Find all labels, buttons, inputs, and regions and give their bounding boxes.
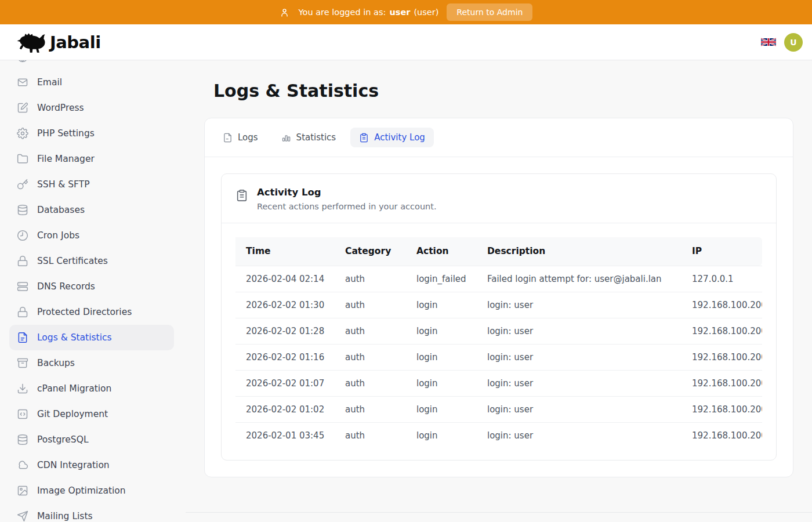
footer-divider (186, 512, 812, 522)
sidebar-item-logs-statistics[interactable]: Logs & Statistics (9, 325, 174, 350)
clipboard-icon (235, 189, 248, 202)
gear-icon (17, 128, 28, 139)
return-to-admin-button[interactable]: Return to Admin (447, 3, 532, 21)
uk-flag-icon[interactable] (761, 37, 776, 47)
sidebar-item-protected-directories[interactable]: Protected Directories (9, 299, 174, 325)
card-subtitle: Recent actions performed in your account… (257, 202, 437, 211)
cell-category: auth (335, 292, 406, 318)
cell-description: login: user (477, 344, 682, 370)
avatar[interactable]: U (784, 33, 803, 52)
table-row: 2026-02-02 01:07 auth login login: user … (235, 370, 762, 396)
cell-time: 2026-02-02 01:16 (235, 344, 335, 370)
table-row: 2026-02-01 03:45 auth login login: user … (235, 422, 762, 448)
sidebar-item-cpanel-migration[interactable]: cPanel Migration (9, 376, 174, 401)
column-header-ip[interactable]: IP (682, 237, 762, 266)
page-title: Logs & Statistics (213, 81, 793, 102)
cell-action: login (406, 370, 477, 396)
cell-action: login (406, 292, 477, 318)
column-header-category[interactable]: Category (335, 237, 406, 266)
sidebar-item-partial[interactable] (9, 60, 174, 70)
cell-time: 2026-02-01 03:45 (235, 422, 335, 448)
sidebar-item-image-optimization[interactable]: Image Optimization (9, 478, 174, 503)
brand[interactable]: Jabali (16, 31, 101, 53)
tab-activity-log[interactable]: Activity Log (350, 128, 434, 147)
folder-icon (17, 153, 28, 165)
cell-description: login: user (477, 318, 682, 344)
cell-description: login: user (477, 370, 682, 396)
lock-icon (17, 255, 28, 267)
cell-description: login: user (477, 422, 682, 448)
cell-category: auth (335, 318, 406, 344)
sidebar-item-dns-records[interactable]: DNS Records (9, 274, 174, 299)
archive-icon (17, 357, 28, 369)
cell-time: 2026-02-04 02:14 (235, 266, 335, 292)
jabali-boar-logo-icon (16, 31, 45, 53)
sidebar-item-wordpress[interactable]: WordPress (9, 95, 174, 121)
sidebar-item-php-settings[interactable]: PHP Settings (9, 121, 174, 146)
file-icon (223, 133, 233, 143)
cell-action: login (406, 396, 477, 422)
main-content: Logs & Statistics Logs Statistics (186, 60, 812, 521)
tab-bar: Logs Statistics Activity Log (205, 118, 793, 157)
cell-category: auth (335, 422, 406, 448)
code-icon (17, 408, 28, 420)
impersonation-bar: You are logged in as: user (user) Return… (0, 0, 812, 24)
file-text-icon (17, 332, 28, 343)
column-header-description[interactable]: Description (477, 237, 682, 266)
cell-time: 2026-02-02 01:30 (235, 292, 335, 318)
column-header-time[interactable]: Time (235, 237, 335, 266)
login-message: You are logged in as: user (user) (299, 8, 439, 17)
sidebar-item-file-manager[interactable]: File Manager (9, 146, 174, 172)
sidebar-item-ssh-sftp[interactable]: SSH & SFTP (9, 172, 174, 197)
table-row: 2026-02-04 02:14 auth login_failed Faile… (235, 266, 762, 292)
lock-icon (17, 306, 28, 318)
edit-icon (17, 102, 28, 114)
tab-statistics[interactable]: Statistics (273, 128, 345, 147)
cell-ip: 192.168.100.200 (682, 396, 762, 422)
sidebar-item-git-deployment[interactable]: Git Deployment (9, 401, 174, 427)
tab-logs[interactable]: Logs (214, 128, 267, 147)
sidebar-item-email[interactable]: Email (9, 70, 174, 95)
table-header-row: TimeCategoryActionDescriptionIP (235, 237, 762, 266)
download-icon (17, 383, 28, 394)
globe-icon (17, 60, 28, 63)
cell-ip: 127.0.0.1 (682, 266, 762, 292)
cell-category: auth (335, 266, 406, 292)
table-row: 2026-02-02 01:02 auth login login: user … (235, 396, 762, 422)
table-row: 2026-02-02 01:28 auth login login: user … (235, 318, 762, 344)
app-header: Jabali U (0, 24, 812, 60)
activity-log-card: Activity Log Recent actions performed in… (221, 173, 777, 461)
sidebar-item-cdn-integration[interactable]: CDN Integration (9, 452, 174, 478)
cell-time: 2026-02-02 01:02 (235, 396, 335, 422)
sidebar-item-ssl-certificates[interactable]: SSL Certificates (9, 248, 174, 274)
activity-table: TimeCategoryActionDescriptionIP 2026-02-… (235, 237, 762, 448)
sidebar-item-databases[interactable]: Databases (9, 197, 174, 223)
cell-category: auth (335, 370, 406, 396)
cell-category: auth (335, 396, 406, 422)
database-icon (17, 204, 28, 216)
bar-chart-icon (281, 133, 291, 143)
clipboard-icon (359, 133, 369, 143)
key-icon (17, 179, 28, 190)
sidebar-item-mailing-lists[interactable]: Mailing Lists (9, 503, 174, 521)
cell-category: auth (335, 344, 406, 370)
cell-ip: 192.168.100.200 (682, 370, 762, 396)
cell-action: login (406, 344, 477, 370)
cell-action: login (406, 422, 477, 448)
sidebar: Email WordPress PHP Settings Fil (0, 60, 186, 521)
logs-statistics-card: Logs Statistics Activity Log (204, 118, 793, 477)
table-row: 2026-02-02 01:16 auth login login: user … (235, 344, 762, 370)
sidebar-item-cron-jobs[interactable]: Cron Jobs (9, 223, 174, 248)
sidebar-item-postgresql[interactable]: PostgreSQL (9, 427, 174, 452)
sidebar-item-backups[interactable]: Backups (9, 350, 174, 376)
image-icon (17, 485, 28, 496)
cloud-icon (17, 459, 28, 471)
cell-time: 2026-02-02 01:28 (235, 318, 335, 344)
send-icon (17, 510, 28, 521)
cell-description: Failed login attempt for: user@jabali.la… (477, 266, 682, 292)
column-header-action[interactable]: Action (406, 237, 477, 266)
user-icon (280, 8, 289, 17)
cell-action: login (406, 318, 477, 344)
cell-description: login: user (477, 292, 682, 318)
database-icon (17, 434, 28, 445)
